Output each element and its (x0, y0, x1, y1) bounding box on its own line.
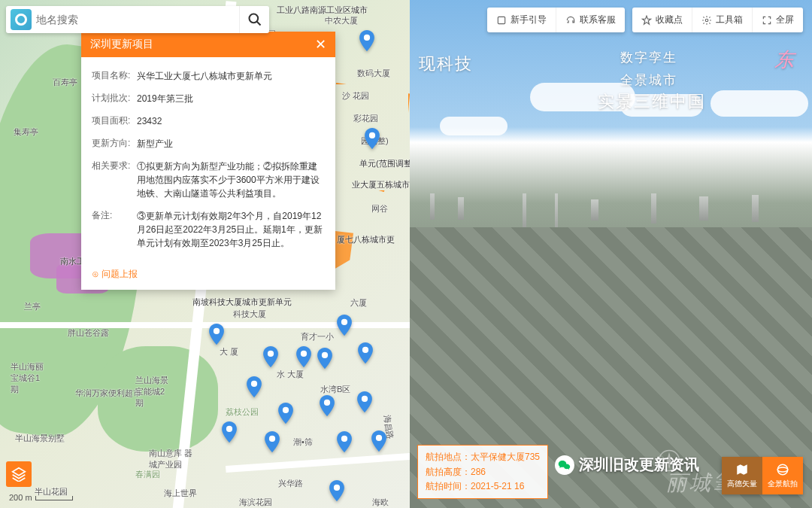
map-label: 六厦 (350, 297, 367, 309)
map-marker[interactable] (337, 315, 352, 336)
map-scale: 200 m (9, 493, 73, 502)
map-label: 数码大厦 (357, 68, 390, 79)
fullscreen-icon (762, 15, 772, 26)
app-logo-icon (11, 9, 32, 30)
layers-button[interactable] (6, 461, 32, 487)
map-marker[interactable] (247, 376, 262, 397)
map-label: 水 大厦 (277, 369, 304, 380)
watermark-text: 深圳旧改更新资讯 (579, 455, 699, 475)
map-label: 彩花园 (353, 113, 378, 124)
map-label: 集寿亭 (14, 126, 38, 138)
map-label: 百寿亭 (53, 77, 77, 88)
map-label: 胖山苍谷露 (68, 327, 109, 339)
sky-text: 全景城市 (620, 71, 677, 89)
map-label: 育才一小 (301, 331, 334, 342)
map-marker[interactable] (358, 342, 373, 364)
favorites-button[interactable]: 收藏点 (632, 8, 692, 32)
map-marker[interactable] (359, 30, 374, 51)
aerial-info-box: 航拍地点：太平保健大厦735 航拍高度：286 航拍时间：2021-5-21 1… (417, 445, 548, 499)
map-marker[interactable] (320, 395, 335, 416)
map-pane[interactable]: 工业八路南源工业区城市 中农大厦 口南山花园 百寿亭 集寿亭 兰亭 胖山苍谷露 … (0, 0, 410, 508)
aerial-alt-value: 286 (471, 467, 486, 477)
map-label: 网谷 (371, 203, 388, 214)
map-marker[interactable] (296, 346, 311, 367)
sky-text: 现科技 (419, 53, 473, 75)
field-value: 兴华工业大厦七八栋城市更新单元 (137, 69, 325, 83)
map-marker[interactable] (263, 346, 278, 367)
field-label: 备注: (92, 209, 137, 250)
layers-icon (11, 467, 26, 482)
map-marker[interactable] (317, 348, 332, 369)
map-icon (735, 463, 749, 476)
search-icon (247, 12, 262, 27)
map-marker[interactable] (357, 391, 372, 412)
fullscreen-button[interactable]: 全屏 (752, 8, 803, 32)
map-label: 兰山海景 宝能城2期 (135, 375, 173, 409)
view-mode-toggle: 高德矢量 全景航拍 (722, 457, 803, 494)
wechat-icon (555, 455, 574, 475)
panorama-icon (776, 463, 789, 476)
project-label[interactable]: 业大厦五栋城市 (352, 179, 410, 190)
field-label: 相关要求: (92, 160, 137, 200)
wechat-watermark: 深圳旧改更新资讯 (555, 455, 699, 475)
close-icon[interactable]: ✕ (315, 38, 326, 51)
map-label: 荔枝公园 (226, 406, 259, 418)
map-marker[interactable] (222, 421, 237, 443)
map-label: 南山意库 器城产业园 (149, 448, 194, 470)
map-label: 海滨花园 (239, 497, 272, 508)
search-button[interactable] (239, 6, 269, 33)
field-label: 项目面积: (92, 114, 137, 128)
aerial-loc-value: 太平保健大厦735 (471, 452, 540, 462)
map-marker[interactable] (371, 430, 386, 452)
map-label: 中农大厦 (325, 15, 358, 26)
mode-panorama-button[interactable]: 全景航拍 (762, 457, 803, 494)
map-label: 沙 花园 (342, 90, 369, 102)
map-label: 科技大厦 (233, 309, 266, 320)
field-value: ①拟更新方向为新型产业功能；②拟拆除重建用地范围内应落实不少于3600平方米用于… (137, 160, 325, 200)
road (226, 452, 421, 473)
svg-point-7 (777, 467, 788, 472)
map-marker[interactable] (278, 403, 293, 424)
map-marker[interactable] (265, 431, 280, 452)
sky-text: 实景三维中国 (598, 90, 706, 113)
svg-point-1 (249, 14, 258, 23)
map-label: 工业八路南源工业区城市 (277, 5, 368, 16)
map-marker[interactable] (329, 480, 344, 501)
field-value: 23432 (137, 114, 325, 128)
map-label: 春满园 (135, 469, 160, 480)
star-icon (641, 15, 652, 26)
field-value: 新型产业 (137, 137, 325, 151)
field-label: 计划批次: (92, 92, 137, 105)
search-input[interactable] (36, 14, 239, 26)
map-label: 半山海丽 宝城谷1期 (11, 361, 48, 395)
project-label[interactable]: 南坡科技大厦城市更新单元 (192, 297, 292, 308)
book-icon (496, 15, 507, 26)
search-bar (6, 6, 269, 33)
aerial-time-label: 航拍时间： (426, 481, 471, 491)
map-label: 潮•筛 (293, 437, 313, 448)
panorama-pane[interactable]: 现科技 数字孪生 全景城市 实景三维中国 东 新手引导 联系客服 收藏点 工具箱 (410, 0, 812, 508)
map-label: 华润万家便利超市 (75, 388, 141, 399)
compass-east: 东 (774, 47, 795, 73)
support-button[interactable]: 联系客服 (556, 8, 625, 32)
map-label: 大 厦 (220, 346, 238, 357)
report-issue-link[interactable]: 问题上报 (81, 262, 335, 290)
mode-vector-button[interactable]: 高德矢量 (722, 457, 762, 494)
map-marker[interactable] (365, 128, 380, 149)
popup-header: 深圳更新项目 ✕ (81, 32, 335, 57)
guide-button[interactable]: 新手引导 (487, 8, 556, 32)
cloud (710, 90, 808, 117)
map-marker[interactable] (337, 431, 352, 452)
map-marker[interactable] (209, 324, 224, 345)
field-value: ③更新单元计划有效期2年3个月，自2019年12月26日起至2022年3月25日… (137, 209, 325, 250)
map-label: 海欧 (372, 497, 389, 508)
map-label: 兴华路 (278, 478, 303, 489)
map-label: 兰亭 (24, 301, 41, 312)
field-value: 2019年第三批 (137, 92, 325, 105)
tools-button[interactable]: 工具箱 (692, 8, 752, 32)
svg-point-6 (777, 464, 788, 475)
svg-line-2 (256, 22, 260, 26)
map-label: 海上世界 (164, 488, 197, 499)
aerial-alt-label: 航拍高度： (426, 467, 471, 477)
aerial-loc-label: 航拍地点： (426, 452, 471, 462)
